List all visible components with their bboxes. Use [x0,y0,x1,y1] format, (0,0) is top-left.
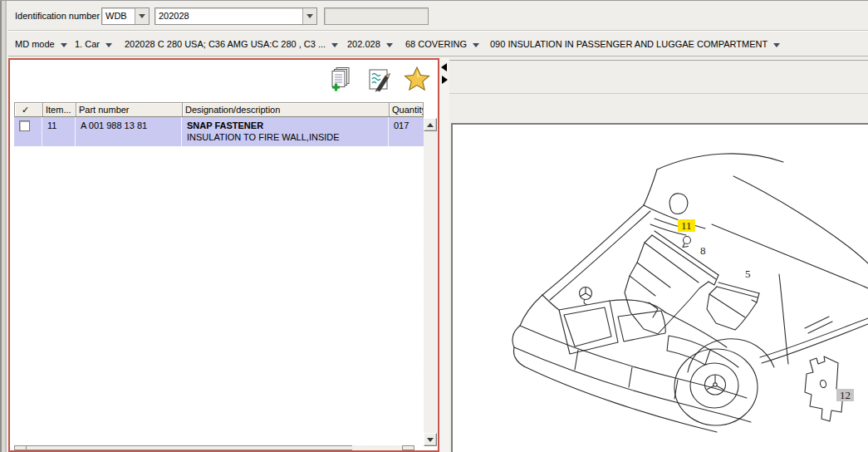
column-header-quantity[interactable]: Quantity [390,103,423,116]
chevron-down-icon [61,43,67,47]
nav-item-label: MD mode [15,39,55,49]
scroll-right-button[interactable] [402,445,414,450]
chevron-down-icon [773,43,780,47]
identification-bar: Identification number WDB 202028 [8,1,868,31]
column-header-designation[interactable]: Designation/description [183,103,390,116]
wmi-combo-button[interactable] [135,8,149,24]
nav-item-label: 1. Car [75,39,100,49]
vertical-scrollbar[interactable] [424,118,437,446]
parts-list-panel: ✓ Item... Part number Designation/descri… [8,58,439,452]
add-parts-list-button[interactable] [326,65,355,93]
arrow-up-icon [427,123,434,127]
add-document-icon [327,66,354,92]
nav-item-label: 68 COVERING [405,39,467,49]
parts-table-header: ✓ Item... Part number Designation/descri… [14,102,424,117]
wmi-combo-value: WDB [102,8,135,24]
parts-toolbar [326,65,431,93]
nav-item-label: 090 INSULATION IN PASSENGER AND LUGGAE C… [490,39,767,49]
star-icon [403,66,431,92]
collapse-left-icon[interactable] [441,63,447,71]
cell-check [14,117,42,146]
horizontal-scrollbar[interactable] [14,445,414,450]
scrollbar-track[interactable] [352,445,402,450]
car-line-drawing [453,125,868,452]
diagram-viewport: 11 8 5 12 [451,123,868,452]
column-header-item[interactable]: Item... [43,103,76,116]
callout-item-5[interactable]: 5 [745,268,751,280]
identification-label: Identification number [15,1,100,31]
nav-item-model-code[interactable]: 202.028 [347,32,393,56]
row-checkbox[interactable] [19,120,30,131]
chevron-down-icon [105,43,112,47]
part-designation: SNAP FASTENER [187,120,388,131]
scroll-up-button[interactable] [424,118,437,131]
chevron-down-icon [331,43,338,47]
diagram-toolbar-upper [449,60,868,94]
annotate-button[interactable] [365,65,393,93]
identification-combo-value: 202028 [155,8,302,24]
nav-item-model-description[interactable]: 202028 C 280 USA; C36 AMG USA:C 280 , C3… [125,32,338,56]
chevron-down-icon [139,14,145,18]
parts-table: ✓ Item... Part number Designation/descri… [14,102,424,146]
scrollbar-track[interactable] [424,131,437,433]
callout-item-12[interactable]: 12 [836,389,854,401]
edit-note-icon [365,66,392,92]
scroll-down-button[interactable] [424,433,437,446]
table-row[interactable]: 11 A 001 988 13 81 SNAP FASTENER INSULAT… [14,117,424,146]
diagram-panel: 11 8 5 12 [449,58,868,452]
nav-item-md-mode[interactable]: MD mode [15,32,67,56]
column-header-check[interactable]: ✓ [15,103,43,116]
callout-item-8[interactable]: 8 [700,244,706,257]
window-left-frame [0,1,8,452]
part-description: INSULATION TO FIRE WALL,INSIDE [187,131,388,143]
collapse-right-icon[interactable] [442,76,448,84]
chevron-down-icon [386,43,393,47]
cell-designation: SNAP FASTENER INSULATION TO FIRE WALL,IN… [182,117,389,146]
identification-combo[interactable]: 202028 [154,7,317,25]
cell-item: 11 [42,117,76,146]
panel-splitter[interactable] [439,58,449,452]
navigation-bar: MD mode 1. Car 202028 C 280 USA; C36 AMG… [8,31,868,56]
wmi-combo[interactable]: WDB [101,7,150,25]
nav-item-vehicle[interactable]: 1. Car [75,32,112,56]
callout-item-11[interactable]: 11 [678,219,695,232]
scroll-left-button[interactable] [14,445,27,450]
arrow-down-icon [427,438,434,442]
nav-item-label: 202028 C 280 USA; C36 AMG USA:C 280 , C3… [125,39,326,49]
cell-quantity: 017 [389,117,424,146]
aux-field[interactable] [324,7,429,25]
column-header-part-number[interactable]: Part number [76,103,183,116]
chevron-down-icon [306,14,313,18]
scrollbar-thumb[interactable] [27,445,352,450]
diagram-toolbar-lower [449,95,868,122]
cell-part-number: A 001 988 13 81 [76,117,182,146]
identification-combo-button[interactable] [302,8,316,24]
chevron-down-icon [473,43,479,47]
nav-item-subgroup[interactable]: 090 INSULATION IN PASSENGER AND LUGGAE C… [490,32,780,56]
nav-item-main-group[interactable]: 68 COVERING [405,32,479,56]
nav-item-label: 202.028 [347,39,380,49]
favorites-button[interactable] [403,65,431,93]
